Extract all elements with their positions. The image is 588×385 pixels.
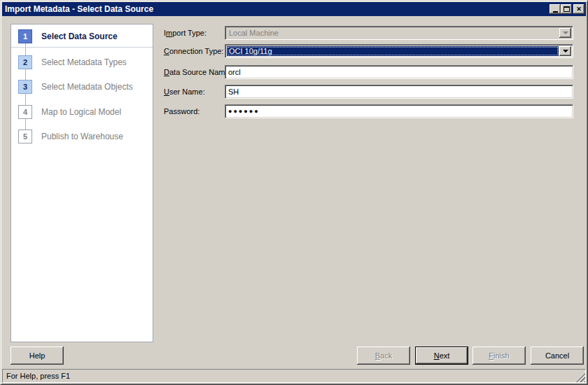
step-select-metadata-objects: 3 Select Metadata Objects <box>11 76 153 97</box>
connection-type-dropdown-button[interactable] <box>559 46 571 56</box>
connection-type-combo[interactable]: OCI 10g/11g <box>225 44 573 58</box>
chevron-down-icon <box>563 50 568 52</box>
import-type-dropdown-button <box>559 28 571 38</box>
maximize-icon <box>564 6 570 12</box>
status-bar: For Help, press F1 <box>2 369 586 383</box>
wizard-steps-panel: 1 Select Data Source 2 Select Metadata T… <box>10 24 153 342</box>
import-type-label: Import Type: <box>164 26 227 40</box>
maximize-button[interactable] <box>561 4 572 14</box>
step-label: Map to Logical Model <box>41 107 121 117</box>
close-button[interactable]: ✕ <box>573 4 584 14</box>
step-number-badge: 3 <box>18 80 32 94</box>
import-type-combo: Local Machine <box>225 26 573 40</box>
status-text: For Help, press F1 <box>6 372 70 380</box>
finish-button: Finish <box>472 346 526 365</box>
step-select-data-source: 1 Select Data Source <box>11 26 153 47</box>
back-button: Back <box>357 346 410 365</box>
resize-grip[interactable] <box>575 372 585 382</box>
step-separator <box>11 47 153 48</box>
minimize-button[interactable] <box>550 4 561 14</box>
user-name-input[interactable] <box>225 85 573 99</box>
step-label: Select Data Source <box>41 31 118 41</box>
step-number-badge: 1 <box>18 29 32 43</box>
minimize-icon <box>553 11 558 13</box>
help-button[interactable]: Help <box>10 346 64 365</box>
step-label: Publish to Warehouse <box>41 132 123 141</box>
window-title: Import Metadata - Select Data Source <box>2 4 550 14</box>
step-number-badge: 5 <box>18 130 32 144</box>
import-type-value: Local Machine <box>227 28 559 38</box>
step-number-badge: 4 <box>18 105 32 119</box>
password-label: Password: <box>164 104 227 118</box>
step-map-to-logical-model: 4 Map to Logical Model <box>11 102 153 122</box>
data-source-name-label: Data Source Name: <box>164 65 227 79</box>
connection-type-value: OCI 10g/11g <box>227 46 559 56</box>
next-button[interactable]: Next <box>415 346 468 365</box>
connection-type-label: Connection Type: <box>164 44 227 58</box>
chevron-down-icon <box>563 31 568 34</box>
window-controls: ✕ <box>550 4 586 14</box>
cancel-button[interactable]: Cancel <box>531 346 584 365</box>
step-label: Select Metadata Types <box>41 57 127 67</box>
step-number-badge: 2 <box>18 55 32 69</box>
close-icon: ✕ <box>576 6 582 13</box>
title-bar[interactable]: Import Metadata - Select Data Source ✕ <box>2 2 586 16</box>
step-publish-to-warehouse: 5 Publish to Warehouse <box>11 126 153 147</box>
step-select-metadata-types: 2 Select Metadata Types <box>11 52 153 73</box>
step-label: Select Metadata Objects <box>41 82 133 92</box>
import-metadata-dialog: Import Metadata - Select Data Source ✕ 1… <box>0 0 588 385</box>
data-source-name-input[interactable] <box>225 65 573 79</box>
user-name-label: User Name: <box>164 85 227 99</box>
password-input[interactable] <box>225 104 573 118</box>
